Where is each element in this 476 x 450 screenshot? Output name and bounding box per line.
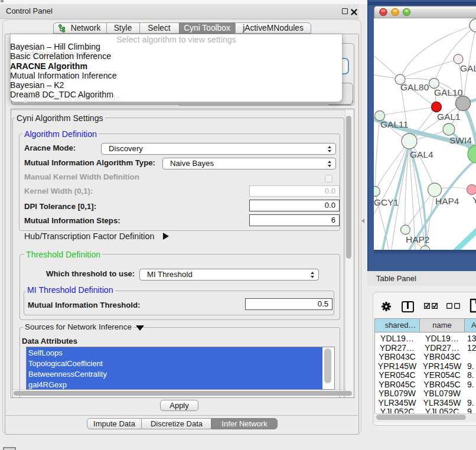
svg-text:GAL10: GAL10 (434, 87, 463, 97)
svg-text:GAL11: GAL11 (380, 119, 408, 129)
svg-text:GCY1: GCY1 (374, 197, 399, 207)
svg-text:GAL1: GAL1 (437, 112, 461, 122)
svg-text:HAP2: HAP2 (406, 234, 430, 244)
svg-text:HAP4: HAP4 (435, 196, 459, 206)
svg-text:GAL: GAL (460, 63, 476, 73)
svg-text:Y: Y (472, 195, 476, 205)
svg-text:GAL4: GAL4 (410, 149, 433, 159)
svg-text:GAL80: GAL80 (400, 82, 429, 92)
svg-text:SWI4: SWI4 (449, 135, 472, 145)
